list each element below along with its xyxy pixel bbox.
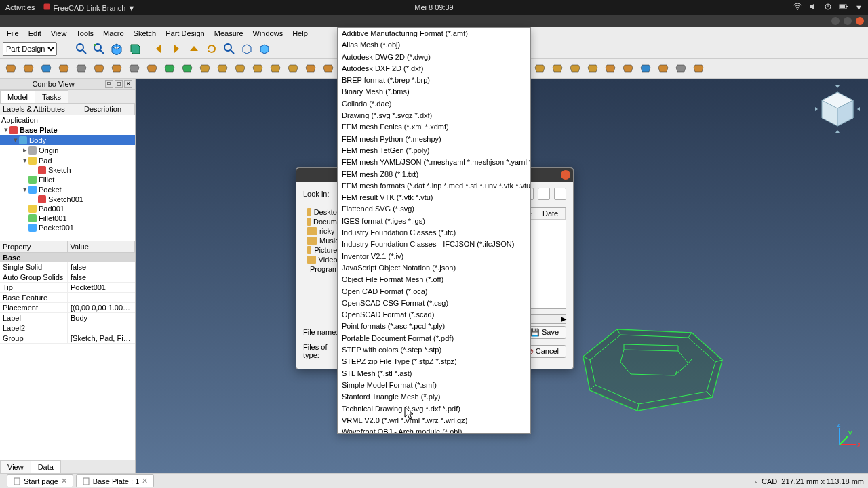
partdesign-tool-35[interactable] <box>620 60 636 77</box>
view-front-button[interactable] <box>126 41 142 57</box>
property-row[interactable]: LabelBody <box>0 313 135 323</box>
tree-item-base plate[interactable]: ▾Base Plate <box>0 125 135 135</box>
document-tab[interactable]: Base Plate : 1✕ <box>76 474 155 487</box>
format-option[interactable]: Autodesk DXF 2D (*.dxf) <box>338 63 530 75</box>
tree-item-pad[interactable]: ▾Pad <box>0 155 135 165</box>
isometric-button[interactable] <box>108 41 125 57</box>
format-option[interactable]: FEM mesh Fenics (*.xml *.xdmf) <box>338 121 530 133</box>
clock[interactable]: Mei 8 09:39 <box>414 3 453 12</box>
volume-icon[interactable] <box>809 3 817 12</box>
partdesign-tool-37[interactable] <box>655 60 671 77</box>
property-row[interactable]: Placement[(0,00 0,00 1.00); 0,... <box>0 303 135 313</box>
partdesign-tool-32[interactable] <box>567 60 583 77</box>
dialog-listview-button[interactable] <box>538 188 550 200</box>
sync-view-button[interactable] <box>203 41 220 57</box>
format-option[interactable]: FEM mesh Python (*.meshpy) <box>338 134 530 145</box>
format-option[interactable]: FEM mesh formats (*.dat *.inp *.med *.st… <box>338 180 530 192</box>
partdesign-tool-12[interactable] <box>214 60 231 77</box>
menu-part-design[interactable]: Part Design <box>161 28 208 38</box>
window-close[interactable] <box>856 17 864 25</box>
panel-undock-button[interactable]: ⧉ <box>105 80 113 88</box>
nav-forward-button[interactable] <box>168 41 184 57</box>
partdesign-tool-1[interactable] <box>20 60 37 77</box>
preselect-indicator[interactable]: ◦ <box>755 477 757 485</box>
format-option[interactable]: BREP format (*.brep *.brp) <box>338 75 530 86</box>
partdesign-tool-17[interactable] <box>302 60 319 77</box>
partdesign-tool-30[interactable] <box>532 60 548 77</box>
format-option[interactable]: Simple Model Format (*.smf) <box>338 380 530 391</box>
format-option[interactable]: STEPZ zip File Type (*.stpZ *.stpz) <box>338 356 530 367</box>
format-option[interactable]: Technical Drawing (*.svg *.dxf *.pdf) <box>338 403 530 415</box>
menu-tools[interactable]: Tools <box>72 28 98 38</box>
dialog-detailview-button[interactable] <box>554 188 566 200</box>
tree-item-pad001[interactable]: Pad001 <box>0 204 135 214</box>
property-row[interactable]: Group[Sketch, Pad, Fillet ...] <box>0 333 135 344</box>
property-row[interactable]: Single Solidfalse <box>0 262 135 272</box>
format-option[interactable]: IGES format (*.iges *.igs) <box>338 216 530 227</box>
format-option[interactable]: Collada (*.dae) <box>338 98 530 110</box>
format-option[interactable]: FEM mesh TetGen (*.poly) <box>338 145 530 157</box>
combo-tab-model[interactable]: Model <box>0 90 35 103</box>
format-option[interactable]: Industry Foundation Classes (*.ifc) <box>338 227 530 239</box>
tree-item-origin[interactable]: ▸Origin <box>0 145 135 155</box>
cad-nav-style[interactable]: CAD <box>762 477 777 485</box>
format-option[interactable]: Autodesk DWG 2D (*.dwg) <box>338 52 530 63</box>
partdesign-tool-11[interactable] <box>197 60 213 77</box>
format-option[interactable]: Object File Format Mesh (*.off) <box>338 274 530 285</box>
partdesign-tool-33[interactable] <box>585 60 601 77</box>
partdesign-tool-9[interactable] <box>161 60 178 77</box>
prop-tab-view[interactable]: View <box>0 460 31 473</box>
panel-float-button[interactable]: ◻ <box>115 80 123 88</box>
format-option[interactable]: Binary Mesh (*.bms) <box>338 86 530 98</box>
partdesign-tool-18[interactable] <box>320 60 336 77</box>
format-option[interactable]: FEM result VTK (*.vtk *.vtu) <box>338 192 530 203</box>
tree-item-pocket001[interactable]: Pocket001 <box>0 223 135 232</box>
prop-tab-data[interactable]: Data <box>31 460 61 473</box>
menu-file[interactable]: File <box>3 28 23 38</box>
format-option[interactable]: Drawing (*.svg *.svgz *.dxf) <box>338 110 530 121</box>
format-option[interactable]: FEM mesh YAML/JSON (*.meshyaml *.meshjso… <box>338 157 530 168</box>
format-option[interactable]: Wavefront OBJ - Arch module (*.obj) <box>338 426 530 434</box>
app-menu[interactable]: FreeCAD Link Branch ▼ <box>43 3 135 12</box>
partdesign-tool-3[interactable] <box>56 60 72 77</box>
property-row[interactable]: Auto Group Solidsfalse <box>0 272 135 283</box>
menu-sketch[interactable]: Sketch <box>130 28 161 38</box>
partdesign-tool-6[interactable] <box>108 60 125 77</box>
menu-measure[interactable]: Measure <box>210 28 248 38</box>
partdesign-tool-13[interactable] <box>232 60 248 77</box>
format-option[interactable]: STEP with colors (*.step *.stp) <box>338 344 530 356</box>
window-minimize[interactable] <box>831 17 840 25</box>
wifi-icon[interactable] <box>793 3 802 12</box>
partdesign-tool-38[interactable] <box>673 60 689 77</box>
format-option[interactable]: Flattened SVG (*.svg) <box>338 203 530 215</box>
tree-item-fillet[interactable]: Fillet <box>0 175 135 184</box>
workbench-selector[interactable]: Part Design <box>3 42 57 56</box>
format-option[interactable]: FEM mesh Z88 (*i1.txt) <box>338 169 530 180</box>
partdesign-tool-31[interactable] <box>549 60 566 77</box>
activities-button[interactable]: Activities <box>5 3 35 12</box>
format-option[interactable]: Open CAD Format (*.oca) <box>338 286 530 298</box>
tree-item-sketch001[interactable]: Sketch001 <box>0 195 135 204</box>
tree-item-sketch[interactable]: Sketch <box>0 165 135 175</box>
format-option[interactable]: OpenSCAD Format (*.scad) <box>338 309 530 321</box>
partdesign-tool-0[interactable] <box>3 60 19 77</box>
tree-item-body[interactable]: ▾Body <box>0 135 135 145</box>
format-option[interactable]: Inventor V2.1 (*.iv) <box>338 251 530 262</box>
tree-item-pocket[interactable]: ▾Pocket <box>0 184 135 195</box>
zoom-button[interactable] <box>221 41 237 57</box>
format-option[interactable]: Stanford Triangle Mesh (*.ply) <box>338 391 530 403</box>
dialog-close-button[interactable] <box>561 170 570 180</box>
partdesign-tool-2[interactable] <box>38 60 54 77</box>
partdesign-tool-36[interactable] <box>637 60 654 77</box>
partdesign-tool-5[interactable] <box>91 60 107 77</box>
property-row[interactable]: Label2 <box>0 323 135 333</box>
window-maximize[interactable] <box>844 17 852 25</box>
shaded-button[interactable] <box>256 41 273 57</box>
menu-view[interactable]: View <box>47 28 71 38</box>
property-row[interactable]: TipPocket001 <box>0 283 135 293</box>
format-option[interactable]: VRML V2.0 (*.wrl *.vrml *.wrz *.wrl.gz) <box>338 415 530 426</box>
panel-close-button[interactable]: ✕ <box>124 80 132 88</box>
format-option[interactable]: JavaScript Object Notation (*.json) <box>338 262 530 274</box>
nav-back-button[interactable] <box>151 41 167 57</box>
battery-icon[interactable] <box>839 3 848 12</box>
